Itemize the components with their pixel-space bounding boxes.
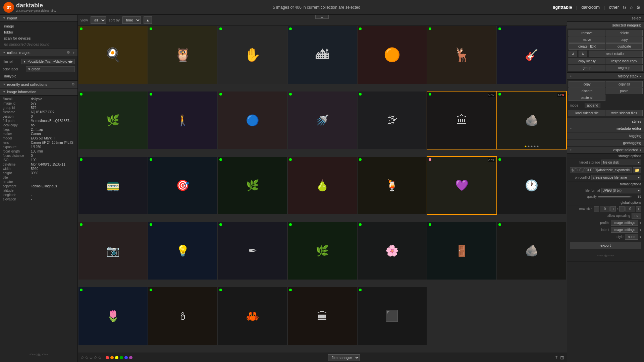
nav-lighttable[interactable]: lighttable — [553, 5, 572, 10]
photo-cell-32[interactable]: 🏛 — [288, 287, 357, 345]
profile-arrow[interactable]: ▾ — [640, 221, 641, 225]
delete-btn[interactable]: delete — [606, 30, 643, 36]
recently-used-gear-icon[interactable]: ⚙ — [71, 82, 75, 86]
mode-value[interactable]: append — [585, 103, 600, 108]
write-sidecar-btn[interactable]: write sidecar files — [606, 110, 643, 116]
quality-slider[interactable] — [598, 196, 632, 197]
duplicate-btn[interactable]: duplicate — [606, 43, 643, 50]
film-roll-select[interactable]: ▼ ~/ouz/Bilder/Archiv/dailypic ◀▶ — [21, 59, 75, 64]
rotate-cw-btn[interactable]: ↻ — [579, 51, 587, 57]
photo-cell-8[interactable]: 🌿 — [78, 92, 148, 149]
selected-images-title[interactable]: selected image(s) — [567, 22, 644, 28]
import-image[interactable]: image — [0, 23, 77, 29]
photo-cell-15[interactable]: 🚃 — [78, 157, 148, 215]
import-folder[interactable]: folder — [0, 29, 77, 35]
star-3[interactable]: ☆ — [89, 355, 93, 360]
star-5[interactable]: ☆ — [98, 355, 102, 360]
ungroup-btn[interactable]: ungroup — [606, 65, 643, 71]
color-dot-red[interactable] — [106, 356, 109, 359]
photo-cell-12[interactable]: 🌫 — [358, 92, 427, 149]
photo-cell-23[interactable]: 💡 — [148, 222, 217, 280]
color-label-select[interactable]: ▼ green — [26, 66, 75, 72]
file-format-select[interactable]: JPEG (8-bit) ▾ — [601, 188, 641, 193]
nav-darkroom[interactable]: darkroom — [581, 5, 600, 10]
collect-gear-icon[interactable]: ⚙ — [67, 50, 70, 55]
photo-cell-21[interactable]: 🕐 — [497, 157, 566, 215]
photo-cell-1[interactable]: 🍳 — [78, 26, 148, 84]
gear-icon[interactable]: ⚙ — [636, 5, 641, 10]
rotate-ccw-btn[interactable]: ↺ — [569, 51, 577, 57]
copy-btn[interactable]: copy — [606, 37, 643, 43]
photo-cell-22[interactable]: 📷 — [78, 222, 148, 280]
photo-cell-7[interactable]: 🎸 — [497, 26, 566, 84]
allow-upscaling-toggle[interactable]: no — [632, 213, 641, 219]
photo-cell-3[interactable]: ✋ — [218, 26, 287, 84]
on-conflict-select[interactable]: create unique filename ▾ — [591, 175, 641, 180]
import-scan-devices[interactable]: scan for devices — [0, 35, 77, 41]
max-size-w-dec[interactable]: − — [594, 206, 599, 212]
photo-cell-25[interactable]: 🌿 — [288, 222, 357, 280]
photo-cell-30[interactable]: 🕯 — [148, 287, 217, 345]
photo-cell-29[interactable]: 🌷 — [78, 287, 148, 345]
collect-header[interactable]: ▼ collect images ⚙ + — [0, 49, 77, 56]
photo-cell-26[interactable]: 🌸 — [358, 222, 427, 280]
target-storage-select[interactable]: file on disk ▾ — [601, 160, 641, 165]
photo-cell-9[interactable]: 🚶 — [148, 92, 217, 149]
export-expand-icon[interactable]: ▾ — [640, 148, 641, 152]
discard-btn[interactable]: discard — [569, 88, 605, 94]
paste-btn[interactable]: paste — [606, 88, 643, 94]
max-size-w-inc[interactable]: + — [610, 206, 616, 212]
intent-select[interactable]: image settings — [611, 227, 638, 233]
history-stack-label[interactable]: history stack — [572, 74, 638, 78]
color-dot-blue[interactable] — [124, 356, 128, 359]
photo-cell-14[interactable]: CR2 🪨 ✕ ★ ★ ★ ★ ★ — [497, 92, 566, 149]
styles-title[interactable]: styles — [567, 118, 644, 125]
move-btn[interactable]: move — [569, 37, 605, 43]
copy-locally-btn[interactable]: copy locally — [569, 58, 605, 64]
photo-cell-6[interactable]: 🦌 — [427, 26, 496, 84]
profile-select[interactable]: image settings — [611, 220, 638, 226]
export-selected-label[interactable]: export selected — [572, 148, 638, 152]
max-size-h-dec[interactable]: − — [619, 206, 625, 212]
export-btn[interactable]: export — [570, 242, 641, 249]
geotagging-title[interactable]: geotagging — [567, 139, 644, 146]
top-collapse-btn[interactable]: ▲ — [315, 15, 329, 19]
create-hdr-btn[interactable]: create HDR — [569, 43, 605, 50]
view-select[interactable]: all — [91, 16, 106, 24]
star-icon[interactable]: ☆ — [629, 5, 634, 10]
film-roll-nav[interactable]: ◀▶ — [68, 60, 73, 63]
photo-cell-10[interactable]: 🔵 — [218, 92, 287, 149]
tagging-title[interactable]: tagging — [567, 132, 644, 139]
nav-other[interactable]: other — [609, 5, 619, 10]
color-dot-orange[interactable] — [110, 356, 114, 359]
photo-cell-24[interactable]: ✒ — [218, 222, 287, 280]
remove-btn[interactable]: remove — [569, 30, 605, 36]
image-info-header[interactable]: ▼ image information — [0, 88, 77, 96]
sort-select[interactable]: time — [122, 16, 141, 24]
select-header[interactable]: select — [567, 15, 644, 22]
photo-cell-27[interactable]: 🚪 — [427, 222, 496, 280]
google-icon[interactable]: G — [623, 5, 627, 10]
star-1[interactable]: ☆ — [80, 355, 84, 360]
photo-cell-33[interactable]: ⬛ — [358, 287, 427, 345]
metadata-editor-label[interactable]: metadata editor — [572, 126, 641, 130]
star-2[interactable]: ☆ — [85, 355, 89, 360]
photo-cell-13[interactable]: CR2 🏛 — [427, 92, 496, 149]
color-dot-yellow[interactable] — [115, 356, 118, 359]
max-size-w-input[interactable] — [600, 206, 610, 212]
path-browse-btn[interactable]: 📁 — [633, 167, 641, 173]
view-mode-select[interactable]: file manager — [328, 354, 360, 361]
import-header[interactable]: ▼ import — [0, 15, 77, 22]
photo-cell-11[interactable]: 🚿 — [288, 92, 357, 149]
recently-used-header[interactable]: ▼ recently used collections ⚙ — [0, 81, 77, 88]
copy-all-btn[interactable]: copy all — [606, 81, 643, 87]
style-arrow[interactable]: ▾ — [640, 235, 641, 239]
photo-cell-17[interactable]: 🌿 — [218, 157, 287, 215]
copy-hist-btn[interactable]: copy — [569, 81, 605, 87]
max-size-h-input[interactable] — [625, 206, 635, 212]
path-input[interactable] — [570, 167, 632, 173]
reset-rotation-btn[interactable]: reset rotation — [589, 51, 643, 57]
photo-cell-2[interactable]: 🦉 — [148, 26, 217, 84]
grid-view-icon[interactable]: ⊞ — [560, 355, 564, 360]
color-dot-purple[interactable] — [129, 356, 132, 359]
